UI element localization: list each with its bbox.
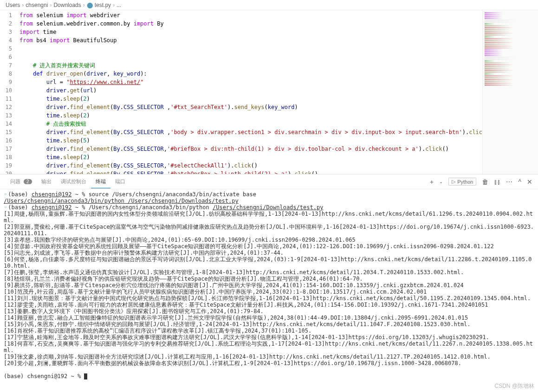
terminal-picker[interactable]: ▷ Python [448,178,476,186]
breadcrumb-item[interactable]: Downloads [53,2,81,8]
terminal-output[interactable]: ◦(base) chsengni@192 ~ % source /Users/c… [0,189,538,392]
chevron-right-icon: › [83,2,85,8]
tab-terminal[interactable]: 终端 [91,175,110,188]
problems-badge: 2 [24,179,32,184]
code-editor[interactable]: 1234567891011121314151617181920 from sel… [0,10,482,174]
trash-icon[interactable]: 🗑 [482,178,488,186]
panel-actions: + ⌄ ▷ Python 🗑 ⫿⫿ ⋯ ^ ✕ [430,178,532,186]
minimap[interactable] [482,10,538,174]
more-icon[interactable]: ⋯ [506,178,512,186]
breadcrumb: Users › chsengni › Downloads › ⬤ test.py… [0,0,538,10]
terminal-run-icon: ▷ [452,179,455,185]
chevron-down-icon[interactable]: ⌄ [439,179,443,184]
breadcrumb-item[interactable]: test.py [95,2,111,8]
new-terminal-icon[interactable]: + [430,178,434,186]
tab-debug-console[interactable]: 调试控制台 [56,175,91,188]
line-gutter: 1234567891011121314151617181920 [0,10,19,174]
bottom-panel: 问题 2 输出 调试控制台 终端 端口 + ⌄ ▷ Python 🗑 ⫿⫿ ⋯ … [0,174,538,392]
close-icon[interactable]: ✕ [527,178,532,186]
breadcrumb-item[interactable]: ... [117,2,121,8]
chevron-right-icon: › [22,2,24,8]
maximize-icon[interactable]: ^ [518,178,521,186]
tab-output[interactable]: 输出 [37,175,56,188]
chevron-right-icon: › [113,2,115,8]
panel-tabs: 问题 2 输出 调试控制台 终端 端口 + ⌄ ▷ Python 🗑 ⫿⫿ ⋯ … [0,174,538,189]
watermark: CSDN @陈增林 [494,382,534,390]
breadcrumb-item[interactable]: Users [6,2,20,8]
python-file-icon: ⬤ [87,2,93,8]
chevron-right-icon: › [50,2,52,8]
tab-problems[interactable]: 问题 2 [6,175,37,188]
code-content[interactable]: from selenium import webdriverfrom selen… [19,10,482,174]
tab-ports[interactable]: 端口 [110,175,130,188]
breadcrumb-item[interactable]: chsengni [26,2,48,8]
split-icon[interactable]: ⫿⫿ [494,178,500,186]
editor-area: 1234567891011121314151617181920 from sel… [0,10,538,174]
